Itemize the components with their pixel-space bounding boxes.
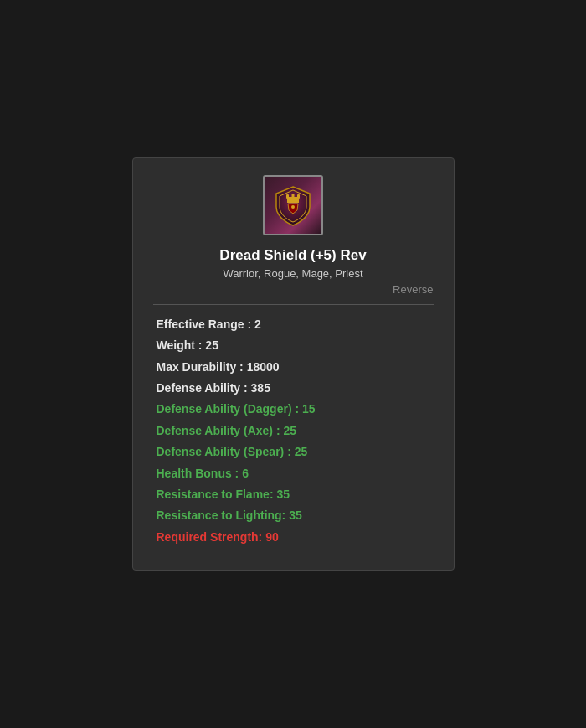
stat-row: Weight : 25 xyxy=(157,336,434,354)
stat-row: Defense Ability (Spear) : 25 xyxy=(157,442,434,461)
stats-list: Effective Range : 2Weight : 25Max Durabi… xyxy=(153,315,434,546)
shield-icon xyxy=(271,183,315,227)
stat-row: Max Durability : 18000 xyxy=(157,358,434,376)
stat-row: Resistance to Lighting: 35 xyxy=(157,506,434,524)
stat-row: Defense Ability (Axe) : 25 xyxy=(157,421,434,440)
svg-rect-4 xyxy=(287,197,299,203)
divider xyxy=(153,304,434,305)
item-icon xyxy=(263,175,323,235)
svg-point-5 xyxy=(291,205,295,209)
item-icon-inner xyxy=(271,183,315,227)
stat-row: Effective Range : 2 xyxy=(157,315,434,333)
item-classes: Warrior, Rogue, Mage, Priest xyxy=(223,267,362,280)
reverse-label: Reverse xyxy=(393,283,433,296)
item-name: Dread Shield (+5) Rev xyxy=(219,247,366,264)
item-tooltip-card: Dread Shield (+5) Rev Warrior, Rogue, Ma… xyxy=(132,157,455,571)
stat-row: Defense Ability (Dagger) : 15 xyxy=(157,400,434,418)
stat-row: Resistance to Flame: 35 xyxy=(157,485,434,503)
stat-row: Health Bonus : 6 xyxy=(157,464,434,483)
stat-row: Defense Ability : 385 xyxy=(157,379,434,397)
stat-row: Required Strength: 90 xyxy=(157,528,434,546)
